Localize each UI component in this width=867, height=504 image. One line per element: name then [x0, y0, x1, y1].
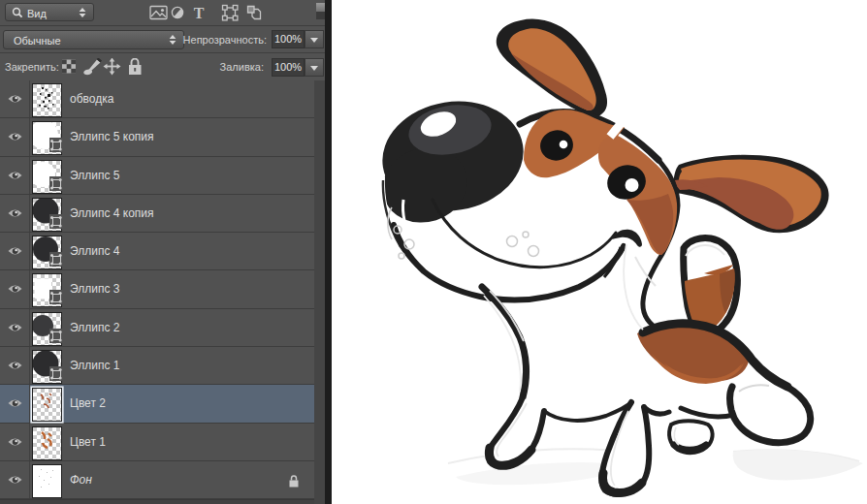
svg-text:T: T: [194, 5, 205, 21]
